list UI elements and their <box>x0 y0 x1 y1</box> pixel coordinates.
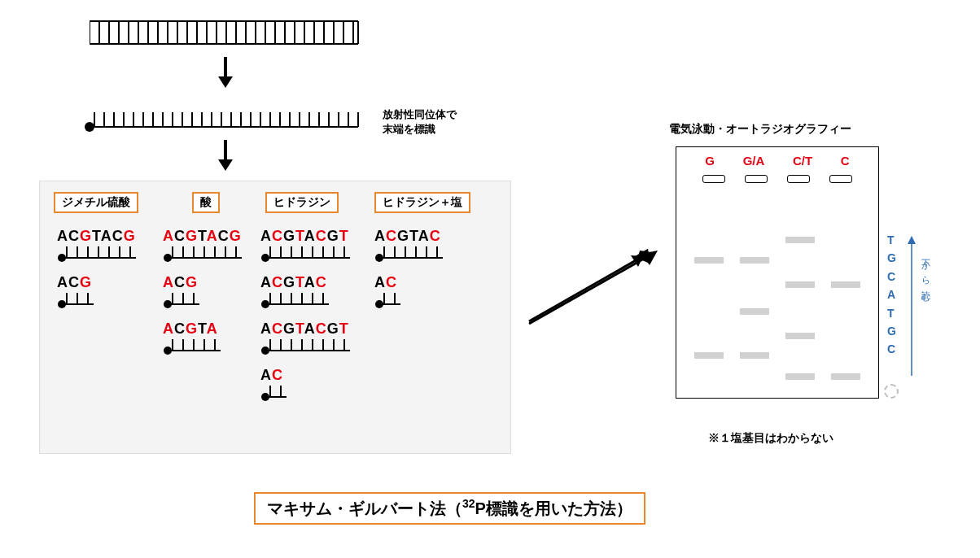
gel-band <box>785 373 815 380</box>
reagent-label-1: ジメチル硫酸 <box>54 192 138 213</box>
gel-lane-header: C/T <box>793 154 812 168</box>
gel-band <box>740 308 769 315</box>
gel-band <box>694 352 724 359</box>
read-sequence-column: T G C A T G C <box>887 231 896 359</box>
gel-band <box>785 281 815 288</box>
reagent-label-2: 酸 <box>192 192 220 213</box>
gel-well-icon <box>702 175 725 183</box>
read-direction-label: 下から読む <box>920 252 932 300</box>
fragment-backbone-icon <box>163 338 230 355</box>
fragment-sequence: AC <box>374 274 453 291</box>
labeled-ssdna-icon <box>85 104 361 133</box>
reagent-label-4: ヒドラジン＋塩 <box>374 192 470 213</box>
fragment-backbone-icon <box>260 338 360 355</box>
gel-band <box>694 257 724 264</box>
svg-marker-32 <box>218 76 233 88</box>
fragment-sequence: ACG <box>163 274 252 291</box>
svg-marker-64 <box>218 159 233 171</box>
fragment-sequence: ACGTA <box>163 320 252 338</box>
down-arrow-icon <box>213 57 238 89</box>
svg-line-148 <box>529 255 650 324</box>
unknown-base-icon <box>884 384 899 399</box>
fragment-backbone-icon <box>57 291 103 309</box>
reagent-label-3: ヒドラジン <box>265 192 339 213</box>
gel-title: 電気泳動・オートラジオグラフィー <box>669 122 851 137</box>
up-arrow-icon <box>905 233 918 379</box>
fragment-backbone-icon <box>374 291 410 309</box>
fragment-sequence: ACGTACG <box>57 228 146 245</box>
fragment-sequence: ACGTACGT <box>260 228 360 245</box>
fragment-backbone-icon <box>374 245 453 263</box>
fragment-sequence: ACGTAC <box>260 274 360 291</box>
gel-well-icon <box>745 175 768 183</box>
gel-band <box>740 257 769 264</box>
fragment-backbone-icon <box>260 245 360 263</box>
gel-lane-header: G/A <box>743 154 765 168</box>
fragment-sequence: ACGTAC <box>374 228 453 245</box>
footnote-text: ※１塩基目はわからない <box>708 431 833 446</box>
fragment-backbone-icon <box>163 291 209 309</box>
svg-marker-151 <box>908 236 916 244</box>
gel-band <box>740 352 769 359</box>
gel-well-icon <box>787 175 810 183</box>
down-arrow-icon <box>213 140 238 172</box>
gel-lane-header: G <box>705 154 715 168</box>
dsdna-icon <box>90 16 366 49</box>
gel-band <box>831 281 860 288</box>
gel-box: G G/A C/T C <box>676 146 879 399</box>
gel-well-icon <box>829 175 852 183</box>
gel-band <box>831 373 860 380</box>
gel-band <box>785 333 815 339</box>
fragment-backbone-icon <box>57 245 146 263</box>
fragment-backbone-icon <box>163 245 252 263</box>
method-title: マキサム・ギルバート法（32P標識を用いた方法） <box>254 492 645 525</box>
fragment-sequence: ACG <box>57 274 146 291</box>
fragment-sequence: ACGTACG <box>163 228 252 245</box>
fragment-backbone-icon <box>260 384 296 402</box>
gel-band <box>785 237 815 243</box>
fragment-backbone-icon <box>260 291 339 309</box>
gel-lane-header: C <box>841 154 850 168</box>
diagonal-arrow-icon <box>521 244 667 333</box>
fragment-sequence: AC <box>260 367 360 384</box>
fragment-sequence: ACGTACGT <box>260 320 360 338</box>
radiolabel-text: 放射性同位体で 末端を標識 <box>383 107 457 137</box>
